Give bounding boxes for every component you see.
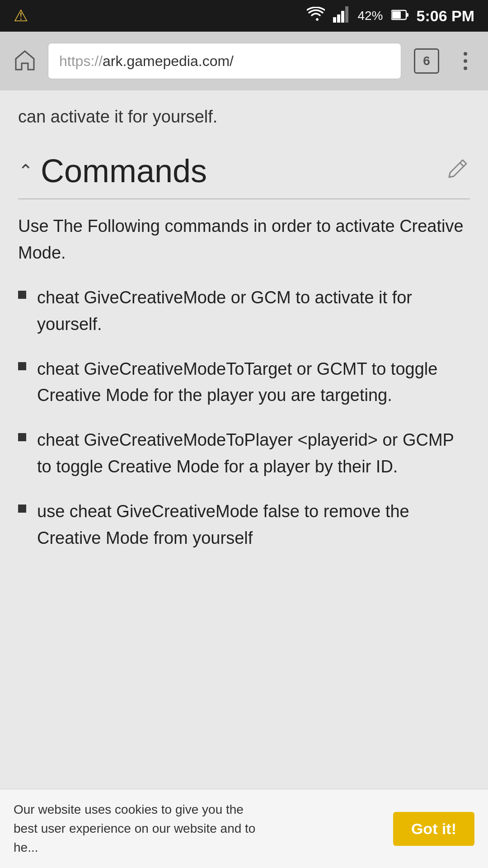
bullet-text: cheat GiveCreativeMode or GCM to activat…: [37, 284, 470, 338]
url-protocol: https://: [59, 53, 103, 70]
list-item: cheat GiveCreativeModeToPlayer <playerid…: [18, 427, 470, 480]
warning-icon: ⚠: [14, 6, 28, 25]
commands-body: Use The Following commands in order to a…: [14, 213, 474, 552]
bullet-square: [18, 291, 26, 299]
commands-title: Commands: [41, 152, 207, 189]
home-icon: [14, 49, 36, 73]
home-button[interactable]: [9, 45, 41, 77]
menu-button[interactable]: [452, 45, 479, 77]
chevron-up-icon[interactable]: ⌃: [18, 160, 33, 181]
menu-dot-2: [464, 59, 467, 63]
cookie-text: Our website uses cookies to give you the…: [14, 800, 384, 857]
tabs-button[interactable]: 6: [408, 45, 445, 77]
list-item: cheat GiveCreativeMode or GCM to activat…: [18, 284, 470, 338]
url-domain: ark.gamepedia.com/: [103, 53, 234, 70]
svg-rect-2: [341, 11, 344, 23]
page-content: can activate it for yourself. ⌃ Commands…: [0, 90, 488, 714]
commands-list: cheat GiveCreativeMode or GCM to activat…: [18, 284, 470, 552]
svg-line-7: [460, 163, 464, 166]
url-bar[interactable]: https://ark.gamepedia.com/: [48, 43, 401, 79]
intro-text: can activate it for yourself.: [0, 90, 488, 139]
svg-rect-6: [406, 13, 408, 17]
bullet-square: [18, 362, 26, 370]
bullet-text: use cheat GiveCreativeMode false to remo…: [37, 498, 470, 552]
edit-icon[interactable]: [446, 156, 470, 186]
status-bar: ⚠ 42% 5:06 PM: [0, 0, 488, 32]
svg-rect-0: [333, 17, 336, 23]
list-item: use cheat GiveCreativeMode false to remo…: [18, 498, 470, 552]
cookie-banner: Our website uses cookies to give you the…: [0, 789, 488, 868]
battery-icon: [391, 8, 408, 24]
svg-rect-1: [337, 14, 340, 23]
bullet-square: [18, 505, 26, 513]
svg-rect-3: [345, 6, 348, 23]
menu-dot-1: [464, 52, 467, 56]
bullet-text: cheat GiveCreativeModeToTarget or GCMT t…: [37, 356, 470, 409]
wifi-icon: [307, 7, 325, 25]
got-it-button[interactable]: Got it!: [393, 812, 474, 846]
bullet-text: cheat GiveCreativeModeToPlayer <playerid…: [37, 427, 470, 480]
list-item: cheat GiveCreativeModeToTarget or GCMT t…: [18, 356, 470, 409]
commands-section: ⌃ Commands Use The Following commands in…: [0, 139, 488, 552]
menu-dot-3: [464, 66, 467, 70]
svg-rect-5: [392, 11, 401, 19]
bullet-square: [18, 433, 26, 441]
battery-percentage: 42%: [357, 9, 383, 23]
tabs-badge: 6: [414, 48, 439, 74]
status-time: 5:06 PM: [417, 7, 475, 25]
commands-intro: Use The Following commands in order to a…: [18, 213, 470, 266]
section-divider: [18, 198, 470, 199]
commands-header: ⌃ Commands: [14, 139, 474, 198]
browser-chrome: https://ark.gamepedia.com/ 6: [0, 32, 488, 90]
signal-icon: [333, 6, 349, 26]
